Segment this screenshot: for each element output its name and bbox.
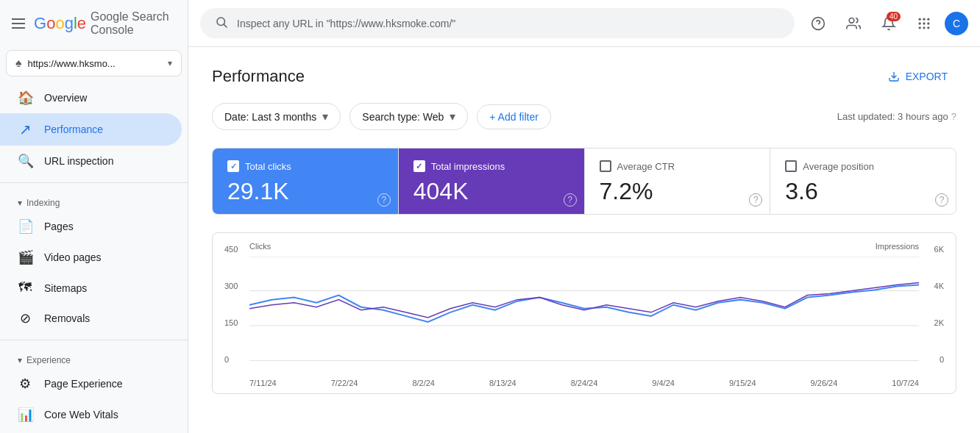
sidebar-item-video-pages-label: Video pages bbox=[44, 251, 102, 263]
metric-label-average-ctr: Average CTR bbox=[617, 161, 675, 172]
people-button[interactable] bbox=[839, 9, 868, 38]
apps-button[interactable] bbox=[909, 9, 939, 38]
help-icon[interactable]: ? bbox=[951, 111, 956, 122]
sidebar-item-url-inspection-label: URL inspection bbox=[44, 155, 113, 167]
indexing-section-label: Indexing bbox=[26, 198, 60, 208]
chevron-down-icon: ▾ bbox=[18, 198, 22, 208]
sidebar-nav: 🏠 Overview ↗ Performance 🔍 URL inspectio… bbox=[0, 82, 188, 430]
chart-x-axis: 7/11/24 7/22/24 8/2/24 8/13/24 8/24/24 9… bbox=[249, 379, 919, 387]
notifications-button[interactable]: 40 bbox=[874, 9, 903, 38]
search-type-filter[interactable]: Search type: Web ▾ bbox=[349, 103, 468, 130]
svg-point-12 bbox=[923, 26, 925, 29]
checkbox-unchecked-icon[interactable] bbox=[600, 160, 611, 172]
export-button[interactable]: EXPORT bbox=[879, 65, 956, 88]
search-bar[interactable]: Inspect any URL in "https://www.hksmoke.… bbox=[200, 8, 795, 38]
metric-card-average-ctr[interactable]: Average CTR 7.2% ? bbox=[585, 148, 771, 214]
sidebar-item-page-experience-label: Page Experience bbox=[44, 378, 123, 390]
sidebar-item-video-pages[interactable]: 🎬 Video pages bbox=[0, 242, 182, 273]
sidebar-item-removals[interactable]: ⊘ Removals bbox=[0, 303, 182, 334]
experience-section-label: Experience bbox=[26, 355, 71, 365]
checkbox-checked-icon[interactable] bbox=[227, 160, 239, 172]
sidebar-item-sitemaps-label: Sitemaps bbox=[44, 282, 87, 294]
x-label-3: 8/13/24 bbox=[489, 379, 516, 387]
sitemaps-icon: 🗺 bbox=[18, 280, 32, 296]
help-icon[interactable]: ? bbox=[749, 193, 762, 207]
svg-point-7 bbox=[927, 18, 929, 20]
metric-checkbox-average-ctr: Average CTR bbox=[600, 160, 756, 172]
indexing-section[interactable]: ▾ Indexing bbox=[0, 189, 188, 211]
sidebar-item-removals-label: Removals bbox=[44, 312, 90, 324]
svg-point-10 bbox=[927, 22, 929, 24]
home-icon: 🏠 bbox=[18, 90, 32, 106]
metric-card-total-impressions[interactable]: Total impressions 404K ? bbox=[399, 148, 585, 214]
checkbox-checked-icon[interactable] bbox=[413, 160, 425, 172]
performance-icon: ↗ bbox=[18, 121, 32, 138]
metric-checkbox-average-position: Average position bbox=[785, 160, 941, 172]
chart-container: Clicks Impressions 450 300 150 0 6K 4K 2… bbox=[212, 232, 956, 394]
date-filter[interactable]: Date: Last 3 months ▾ bbox=[212, 103, 341, 130]
y-right-value-1: 4K bbox=[934, 282, 944, 290]
filter-bar: Date: Last 3 months ▾ Search type: Web ▾… bbox=[212, 103, 956, 130]
search-icon bbox=[215, 15, 228, 31]
last-updated-text: Last updated: 3 hours ago bbox=[837, 111, 948, 122]
date-filter-label: Date: Last 3 months bbox=[224, 111, 316, 123]
last-updated: Last updated: 3 hours ago ? bbox=[837, 111, 956, 122]
svg-point-6 bbox=[923, 18, 925, 20]
y-right-value-3: 0 bbox=[934, 355, 944, 364]
svg-point-8 bbox=[919, 22, 921, 24]
help-icon[interactable]: ? bbox=[564, 193, 577, 207]
metric-value-average-position: 3.6 bbox=[785, 178, 941, 205]
x-label-1: 7/22/24 bbox=[331, 379, 358, 387]
sidebar-item-performance[interactable]: ↗ Performance bbox=[0, 113, 182, 146]
x-label-0: 7/11/24 bbox=[249, 379, 277, 387]
avatar[interactable]: C bbox=[945, 12, 968, 35]
topbar-actions: 40 C bbox=[803, 9, 968, 38]
sidebar-item-sitemaps[interactable]: 🗺 Sitemaps bbox=[0, 273, 182, 303]
help-icon[interactable]: ? bbox=[935, 193, 948, 207]
checkbox-unchecked-icon[interactable] bbox=[785, 160, 797, 172]
sidebar-item-pages[interactable]: 📄 Pages bbox=[0, 211, 182, 242]
content-area: Performance EXPORT Date: Last 3 months ▾… bbox=[188, 47, 980, 433]
metric-checkbox-total-clicks: Total clicks bbox=[227, 160, 383, 172]
hamburger-menu[interactable] bbox=[12, 18, 25, 29]
app-name: Google Search Console bbox=[90, 10, 176, 37]
y-left-value-0: 450 bbox=[224, 245, 238, 254]
chevron-down-icon: ▾ bbox=[450, 110, 455, 124]
pages-icon: 📄 bbox=[18, 218, 32, 235]
search-type-filter-label: Search type: Web bbox=[362, 111, 444, 123]
y-right-value-0: 6K bbox=[934, 245, 944, 254]
sidebar-item-overview-label: Overview bbox=[44, 92, 87, 104]
metric-cards: Total clicks 29.1K ? Total impressions 4… bbox=[212, 148, 956, 215]
x-label-2: 8/2/24 bbox=[412, 379, 435, 387]
svg-point-4 bbox=[849, 18, 854, 23]
y-right-value-2: 2K bbox=[934, 318, 944, 327]
x-label-5: 9/4/24 bbox=[652, 379, 675, 387]
metric-value-total-clicks: 29.1K bbox=[227, 178, 383, 205]
sidebar-item-page-experience[interactable]: ⚙ Page Experience bbox=[0, 368, 182, 399]
core-web-vitals-icon: 📊 bbox=[18, 407, 32, 423]
svg-line-1 bbox=[224, 24, 227, 27]
y-left-value-3: 0 bbox=[224, 355, 238, 364]
metric-card-average-position[interactable]: Average position 3.6 ? bbox=[770, 148, 956, 214]
sidebar-item-core-web-vitals[interactable]: 📊 Core Web Vitals bbox=[0, 399, 182, 430]
add-filter-button[interactable]: + Add filter bbox=[477, 104, 551, 129]
property-selector[interactable]: ♠ https://www.hksmo... ▾ bbox=[6, 50, 182, 76]
metric-card-total-clicks[interactable]: Total clicks 29.1K ? bbox=[213, 148, 399, 214]
export-label: EXPORT bbox=[906, 71, 948, 82]
chart-svg bbox=[249, 257, 919, 361]
metric-value-average-ctr: 7.2% bbox=[600, 178, 756, 205]
sidebar-item-url-inspection[interactable]: 🔍 URL inspection bbox=[0, 146, 182, 176]
sidebar-item-overview[interactable]: 🏠 Overview bbox=[0, 82, 182, 113]
notifications-badge: 40 bbox=[887, 12, 901, 21]
chart-y-left-label: Clicks bbox=[249, 242, 271, 251]
experience-section[interactable]: ▾ Experience bbox=[0, 346, 188, 368]
help-icon[interactable]: ? bbox=[377, 193, 391, 207]
topbar: Inspect any URL in "https://www.hksmoke.… bbox=[188, 0, 980, 47]
metric-value-total-impressions: 404K bbox=[413, 178, 569, 205]
help-button[interactable] bbox=[803, 9, 833, 38]
metric-label-total-clicks: Total clicks bbox=[245, 161, 291, 172]
content-header: Performance EXPORT bbox=[212, 65, 956, 88]
x-label-4: 8/24/24 bbox=[571, 379, 598, 387]
chevron-down-icon: ▾ bbox=[322, 110, 328, 124]
search-icon: 🔍 bbox=[18, 153, 32, 169]
